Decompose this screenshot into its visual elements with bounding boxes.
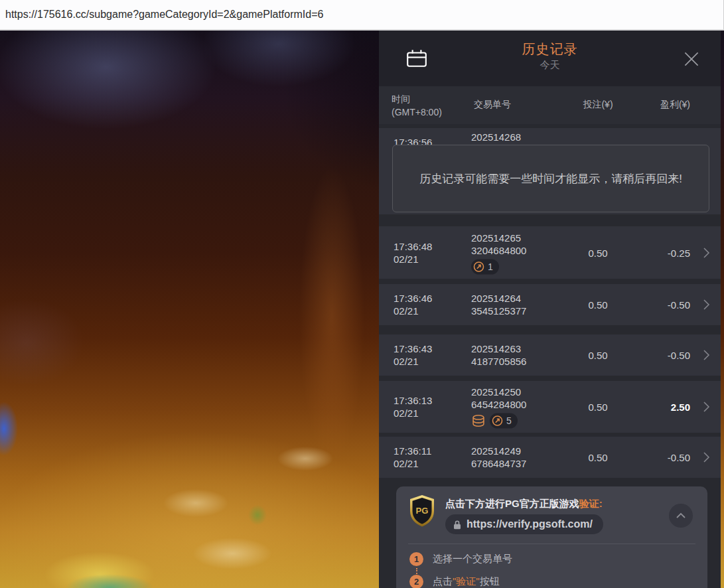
row-bet: 0.50 <box>571 247 624 258</box>
row-time: 17:36:1102/21 <box>394 445 431 470</box>
row-profit: -0.50 <box>624 350 690 361</box>
chevron-right-icon <box>703 247 710 259</box>
verify-link-word: 验证: <box>579 498 603 509</box>
verify-instruction: 点击下方进行PG官方正版游戏验证: <box>445 498 603 510</box>
step-number-badge: 2 <box>409 575 423 588</box>
table-row[interactable]: 17:36:4302/21 202514263 4187705856 0.50 … <box>379 334 721 376</box>
row-time: 17:36:4802/21 <box>394 240 432 265</box>
coins-icon <box>471 414 486 427</box>
panel-header: 历史记录 今天 <box>379 31 721 86</box>
table-header: 时间 (GMT+8:00) 交易单号 投注(¥) 盈利(¥) <box>379 86 721 124</box>
column-profit: 盈利(¥) <box>660 99 690 111</box>
row-order: 202514250 6454284800 5 <box>471 386 526 429</box>
svg-text:PG: PG <box>416 506 429 516</box>
bonus-round-icon <box>473 261 484 272</box>
panel-title: 历史记录 <box>379 40 721 58</box>
chevron-right-icon <box>703 299 710 311</box>
lock-icon <box>453 520 461 530</box>
row-time: 17:36:4602/21 <box>394 292 432 317</box>
row-order: 202514268 <box>471 131 521 143</box>
pg-shield-logo: PG <box>407 494 437 528</box>
table-row[interactable]: 17:36:4602/21 202514264 3545125377 0.50 … <box>379 284 721 325</box>
freespin-badge: 5 <box>490 413 518 429</box>
row-bet: 0.50 <box>571 452 624 463</box>
close-button[interactable] <box>681 48 702 70</box>
freespin-badge: 1 <box>471 259 499 274</box>
history-delay-toast: 历史记录可能需要一些时间才能显示，请稍后再回来! <box>392 145 709 212</box>
table-row[interactable]: 17:36:1302/21 202514250 6454284800 <box>379 381 721 433</box>
pg-verify-card: PG 点击下方进行PG官方正版游戏验证: https://verify.pgso… <box>396 486 707 588</box>
chevron-right-icon <box>703 401 710 413</box>
row-order: 202514265 3204684800 1 <box>471 231 526 274</box>
table-row[interactable]: 17:36:1102/21 202514249 6786484737 0.50 … <box>379 437 721 478</box>
close-icon <box>681 48 702 70</box>
verify-step-1: 1 选择一个交易单号 <box>409 552 512 566</box>
row-profit: -0.50 <box>624 299 690 311</box>
chevron-up-icon <box>676 512 686 519</box>
screen: https://175616.cc/subgame?gameCategoryId… <box>0 0 724 588</box>
row-bet: 0.50 <box>571 350 624 361</box>
row-profit: 2.50 <box>624 402 690 413</box>
step-connector <box>416 568 417 574</box>
row-bet: 0.50 <box>571 299 624 311</box>
step-number-badge: 1 <box>409 552 423 566</box>
column-order: 交易单号 <box>474 99 511 111</box>
history-panel: 历史记录 今天 时间 (GMT+8:00) 交易单号 投注(¥) 盈利(¥) 1… <box>379 31 721 588</box>
column-bet: 投注(¥) <box>571 99 624 111</box>
row-time: 17:36:1302/21 <box>394 394 432 419</box>
date-filter-label: 今天 <box>379 59 721 72</box>
page-url: https://175616.cc/subgame?gameCategoryId… <box>5 9 323 21</box>
browser-address-bar[interactable]: https://175616.cc/subgame?gameCategoryId… <box>0 0 724 31</box>
bonus-round-icon <box>492 415 503 427</box>
row-order: 202514249 6786484737 <box>471 445 526 470</box>
column-time: 时间 (GMT+8:00) <box>392 92 442 119</box>
verify-url-link[interactable]: https://verify.pgsoft.com/ <box>445 514 603 534</box>
row-order: 202514264 3545125377 <box>471 292 526 317</box>
row-profit: -0.50 <box>624 452 690 463</box>
row-order: 202514263 4187705856 <box>471 342 526 368</box>
verify-step-2: 2 点击"验证"按钮 <box>409 575 500 588</box>
collapse-button[interactable] <box>669 504 693 528</box>
row-bet: 0.50 <box>571 402 624 413</box>
divider <box>408 544 695 544</box>
chevron-right-icon <box>703 349 710 361</box>
row-time: 17:36:4302/21 <box>394 342 432 368</box>
verify-url-text: https://verify.pgsoft.com/ <box>467 518 593 530</box>
chevron-right-icon <box>703 451 710 463</box>
row-profit: -0.25 <box>624 247 690 258</box>
table-row[interactable]: 17:36:4802/21 202514265 3204684800 1 <box>379 226 721 279</box>
